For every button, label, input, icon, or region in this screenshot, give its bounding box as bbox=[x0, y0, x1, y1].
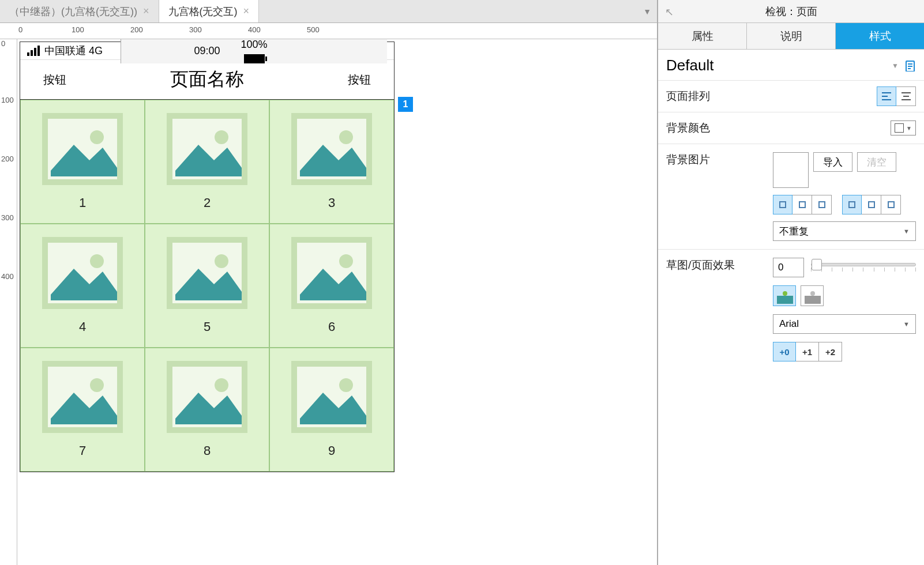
bg-valign-bottom[interactable] bbox=[881, 195, 901, 214]
close-icon[interactable]: × bbox=[243, 5, 250, 17]
align-center-icon bbox=[898, 88, 914, 104]
file-tab-inactive[interactable]: （中继器）(九宫格(无交互)) × bbox=[0, 0, 159, 22]
font-select[interactable]: Arial ▼ bbox=[773, 314, 916, 334]
canvas-scroll[interactable]: 中国联通 4G 09:00 100% 按钮 页面名称 按钮 1 bbox=[17, 39, 657, 565]
bg-image-well[interactable] bbox=[773, 152, 809, 188]
sketch-value-input[interactable] bbox=[773, 258, 804, 277]
align-left-button[interactable] bbox=[877, 86, 896, 106]
file-tab-label: （中继器）(九宫格(无交互)) bbox=[9, 5, 137, 18]
image-placeholder-icon bbox=[167, 237, 247, 309]
grid-cell[interactable]: 8 bbox=[145, 348, 269, 472]
cell-label: 4 bbox=[79, 319, 86, 334]
chevron-down-icon: ▼ bbox=[903, 228, 910, 235]
battery-label: 100% bbox=[241, 39, 267, 51]
row-label: 背景颜色 bbox=[666, 120, 891, 135]
page-title: 页面名称 bbox=[89, 67, 325, 92]
grid-cell[interactable]: 3 bbox=[269, 100, 394, 224]
style-default-header[interactable]: Default ▼ bbox=[658, 50, 924, 81]
image-placeholder-icon bbox=[42, 361, 123, 433]
ruler-tick: 200 bbox=[1, 155, 14, 163]
ruler-tick: 200 bbox=[130, 25, 143, 34]
cell-label: 9 bbox=[328, 443, 335, 458]
default-label: Default bbox=[666, 56, 713, 74]
battery-icon bbox=[244, 54, 265, 63]
workspace: 0 100 200 300 400 中国联通 4G 09:00 100% bbox=[0, 39, 657, 565]
image-placeholder-icon bbox=[42, 113, 123, 185]
line-weight-2[interactable]: +2 bbox=[819, 342, 842, 361]
signal-icon bbox=[27, 46, 40, 56]
tab-notes[interactable]: 说明 bbox=[747, 23, 836, 49]
tab-properties[interactable]: 属性 bbox=[658, 23, 747, 49]
grid-cell[interactable]: 5 bbox=[145, 224, 269, 348]
ruler-tick: 300 bbox=[1, 213, 14, 222]
note-icon[interactable] bbox=[904, 60, 916, 71]
line-weight-0[interactable]: +0 bbox=[773, 342, 796, 361]
color-effect-segment bbox=[773, 285, 916, 306]
grid-cell[interactable]: 2 bbox=[145, 100, 269, 224]
gray-effect-icon bbox=[801, 287, 823, 305]
chevron-down-icon[interactable]: ▼ bbox=[643, 7, 651, 16]
row-label: 页面排列 bbox=[666, 89, 877, 104]
cell-label: 1 bbox=[79, 195, 86, 210]
nav-left-button[interactable]: 按钮 bbox=[20, 72, 89, 88]
image-placeholder-icon bbox=[167, 113, 247, 185]
device-frame[interactable]: 中国联通 4G 09:00 100% 按钮 页面名称 按钮 1 bbox=[20, 42, 395, 472]
grid-cell[interactable]: 7 bbox=[20, 348, 145, 472]
font-value: Arial bbox=[779, 318, 799, 330]
bg-valign-middle[interactable] bbox=[862, 195, 881, 214]
inspector-body: Default ▼ 页面排列 背景颜色 ▼ 背景图片 导入 bbox=[658, 50, 924, 565]
editor-pane: （中继器）(九宫格(无交互)) × 九宫格(无交互) × ▼ 0 100 200… bbox=[0, 0, 658, 565]
align-center-button[interactable] bbox=[896, 86, 916, 106]
cell-label: 3 bbox=[328, 195, 335, 210]
status-bar: 中国联通 4G 09:00 100% bbox=[20, 42, 394, 59]
tab-filler: ▼ bbox=[259, 0, 657, 22]
line-weight-segment: +0 +1 +2 bbox=[773, 342, 916, 361]
vertical-ruler: 0 100 200 300 400 bbox=[0, 39, 17, 565]
inspector-tabs: 属性 说明 样式 bbox=[658, 23, 924, 50]
grid-cell[interactable]: 6 bbox=[269, 224, 394, 348]
ruler-tick: 0 bbox=[1, 39, 5, 48]
bg-halign-center[interactable] bbox=[792, 195, 812, 214]
cell-label: 2 bbox=[204, 195, 211, 210]
bg-valign-top[interactable] bbox=[842, 195, 862, 214]
bg-halign-right[interactable] bbox=[812, 195, 832, 214]
inspector-title: 检视：页面 bbox=[765, 5, 817, 18]
inspector-panel: ↖ 检视：页面 属性 说明 样式 Default ▼ 页面排列 背景颜色 ▼ bbox=[658, 0, 924, 565]
nav-bar: 按钮 页面名称 按钮 bbox=[20, 59, 394, 100]
ruler-tick: 500 bbox=[307, 25, 320, 34]
ruler-tick: 400 bbox=[1, 272, 14, 281]
popout-icon[interactable]: ↖ bbox=[665, 6, 674, 18]
color-swatch-icon bbox=[895, 123, 904, 133]
row-page-align: 页面排列 bbox=[658, 81, 924, 112]
cell-label: 6 bbox=[328, 319, 335, 334]
ruler-tick: 300 bbox=[189, 25, 202, 34]
repeat-value: 不重复 bbox=[779, 225, 809, 238]
ruler-tick: 100 bbox=[1, 96, 14, 104]
file-tab-bar: （中继器）(九宫格(无交互)) × 九宫格(无交互) × ▼ bbox=[0, 0, 657, 23]
cell-label: 8 bbox=[204, 443, 211, 458]
nav-right-button[interactable]: 按钮 bbox=[325, 72, 394, 88]
tab-style[interactable]: 样式 bbox=[836, 23, 924, 49]
import-button[interactable]: 导入 bbox=[813, 152, 852, 172]
bg-halign-left[interactable] bbox=[773, 195, 792, 214]
bg-halign-segment bbox=[773, 195, 832, 214]
chevron-down-icon: ▼ bbox=[906, 125, 912, 131]
grid-cell[interactable]: 9 bbox=[269, 348, 394, 472]
sketch-slider[interactable] bbox=[811, 263, 916, 272]
color-effect-button[interactable] bbox=[773, 285, 796, 306]
gray-effect-button[interactable] bbox=[801, 285, 824, 306]
row-bg-color: 背景颜色 ▼ bbox=[658, 112, 924, 144]
grid-cell[interactable]: 4 bbox=[20, 224, 145, 348]
clock-label: 09:00 bbox=[194, 45, 220, 57]
grid-cell[interactable]: 1 bbox=[20, 100, 145, 224]
clear-button[interactable]: 清空 bbox=[857, 152, 896, 172]
bg-repeat-select[interactable]: 不重复 ▼ bbox=[773, 221, 916, 241]
row-sketch: 草图/页面效果 Arial ▼ +0 bbox=[658, 250, 924, 370]
ruler-tick: 0 bbox=[18, 25, 22, 34]
file-tab-active[interactable]: 九宫格(无交互) × bbox=[159, 0, 260, 22]
selection-count-badge: 1 bbox=[398, 97, 413, 112]
close-icon[interactable]: × bbox=[143, 5, 149, 17]
line-weight-1[interactable]: +1 bbox=[796, 342, 819, 361]
chevron-down-icon[interactable]: ▼ bbox=[892, 62, 899, 70]
bg-color-picker[interactable]: ▼ bbox=[891, 120, 916, 135]
